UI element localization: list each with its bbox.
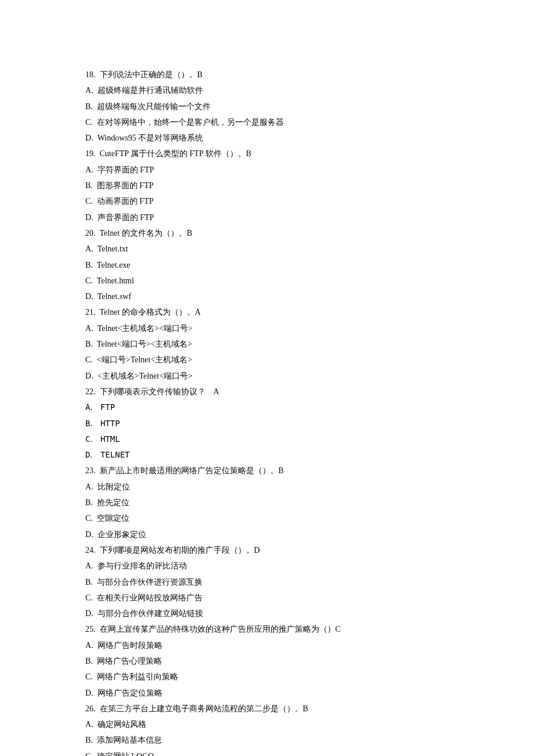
option-dot: . <box>91 352 97 368</box>
option-dot: . <box>91 479 98 495</box>
question-text: 在第三方平台上建立电子商务网站流程的第二步是（）。B <box>100 701 308 717</box>
option-dot: . <box>91 638 98 653</box>
option-text: Telnet.swf <box>98 289 132 304</box>
option-dot: . <box>91 685 98 701</box>
option-dot: . <box>91 210 98 225</box>
question-number-dot: . <box>93 463 100 478</box>
option-line: C. HTML <box>85 431 459 447</box>
option-text: 企业形象定位 <box>98 527 146 542</box>
option-letter: B <box>85 495 91 510</box>
option-letter: A <box>85 717 91 732</box>
option-line: D. Telnet.swf <box>85 289 459 304</box>
option-dot: . <box>91 114 97 130</box>
question-number-dot: . <box>93 146 100 161</box>
question-text: Telnet 的命令格式为（）。A <box>100 304 201 320</box>
option-text: 超级终端是并行通讯辅助软件 <box>98 82 203 98</box>
option-letter: C <box>85 748 91 756</box>
option-letter: C <box>85 273 91 289</box>
option-line: D. <主机域名>Telnet<端口号> <box>85 368 459 384</box>
option-text: HTTP <box>100 416 120 431</box>
question-number-dot: . <box>93 542 100 558</box>
option-letter: C <box>85 590 91 606</box>
option-letter: B <box>85 257 91 273</box>
option-text: 确定网站 LOGO <box>97 748 154 756</box>
option-dot: . <box>91 321 98 336</box>
option-dot: . <box>91 669 97 685</box>
option-letter: B <box>85 574 91 590</box>
option-letter: C <box>85 193 91 209</box>
option-letter: C <box>85 352 91 368</box>
question-text: Telnet 的文件名为（）。B <box>100 225 193 241</box>
option-line: A. 字符界面的 FTP <box>85 162 459 178</box>
option-letter: C <box>85 431 90 447</box>
option-line: A. 确定网站风格 <box>85 717 459 732</box>
option-line: D. 企业形象定位 <box>85 527 459 542</box>
question-text: 下列哪项是网站发布初期的推广手段（）。D <box>100 542 260 558</box>
option-text: 参与行业排名的评比活动 <box>98 558 187 574</box>
option-dot: . <box>91 178 97 193</box>
option-letter: B <box>85 653 91 669</box>
option-dot: . <box>91 99 97 114</box>
option-text: FTP <box>100 399 115 415</box>
option-letter: A <box>85 321 91 336</box>
option-dot: . <box>91 748 97 756</box>
option-text: 在相关行业网站投放网络广告 <box>97 590 203 606</box>
document-body: 18. 下列说法中正确的是（）。BA. 超级终端是并行通讯辅助软件B. 超级终端… <box>85 67 459 756</box>
option-dot: . <box>90 431 100 447</box>
option-letter: A <box>85 638 91 653</box>
option-letter: B <box>85 732 91 748</box>
option-line: C. 动画界面的 FTP <box>85 193 459 209</box>
option-text: 确定网站风格 <box>98 717 146 732</box>
option-dot: . <box>91 717 98 732</box>
option-text: Telnet.txt <box>98 241 128 257</box>
option-text: Telnet.html <box>97 273 134 289</box>
option-line: D. 与部分合作伙伴建立网站链接 <box>85 606 459 621</box>
option-line: B. 网络广告心理策略 <box>85 653 459 669</box>
option-line: C. <端口号>Telnet<主机域名> <box>85 352 459 368</box>
question-number-dot: . <box>93 304 100 320</box>
option-line: A. 超级终端是并行通讯辅助软件 <box>85 82 459 98</box>
option-letter: B <box>85 178 91 193</box>
option-letter: D <box>85 130 91 146</box>
question-number: 22 <box>85 384 93 399</box>
option-letter: A <box>85 479 91 495</box>
option-letter: D <box>85 210 91 225</box>
option-text: 空隙定位 <box>97 510 129 526</box>
option-line: C. 在对等网络中，始终一个是客户机，另一个是服务器 <box>85 114 459 130</box>
option-text: 添加网站基本信息 <box>97 732 162 748</box>
option-letter: C <box>85 114 91 130</box>
option-letter: A <box>85 558 91 574</box>
question-text: CuteFTP 属于什么类型的 FTP 软件（）。B <box>100 146 252 161</box>
option-letter: B <box>85 416 90 431</box>
option-letter: B <box>85 99 91 114</box>
question-text: 下列哪项表示文件传输协议？ A <box>100 384 219 399</box>
option-letter: D <box>85 685 91 701</box>
option-dot: . <box>90 447 100 463</box>
question-stem: 24. 下列哪项是网站发布初期的推广手段（）。D <box>85 542 459 558</box>
question-number: 25 <box>85 621 93 637</box>
option-line: A. 参与行业排名的评比活动 <box>85 558 459 574</box>
option-line: C. 网络广告利益引向策略 <box>85 669 459 685</box>
option-line: B. 与部分合作伙伴进行资源互换 <box>85 574 459 590</box>
question-number-dot: . <box>93 701 100 717</box>
option-dot: . <box>91 495 97 510</box>
option-text: 网络广告定位策略 <box>98 685 163 701</box>
option-dot: . <box>91 732 97 748</box>
question-stem: 19. CuteFTP 属于什么类型的 FTP 软件（）。B <box>85 146 459 161</box>
option-letter: D <box>85 606 91 621</box>
question-stem: 23. 新产品上市时最适用的网络广告定位策略是（）。B <box>85 463 459 478</box>
option-line: B. 抢先定位 <box>85 495 459 510</box>
option-text: 与部分合作伙伴进行资源互换 <box>97 574 203 590</box>
option-dot: . <box>91 257 97 273</box>
option-dot: . <box>91 82 98 98</box>
question-number-dot: . <box>93 621 100 637</box>
option-letter: A <box>85 82 91 98</box>
option-letter: A <box>85 399 90 415</box>
question-stem: 20. Telnet 的文件名为（）。B <box>85 225 459 241</box>
option-line: A. Telnet.txt <box>85 241 459 257</box>
option-dot: . <box>91 558 98 574</box>
option-line: B. 超级终端每次只能传输一个文件 <box>85 99 459 114</box>
question-number: 23 <box>85 463 93 478</box>
option-dot: . <box>91 590 97 606</box>
option-line: D. 声音界面的 FTP <box>85 210 459 225</box>
